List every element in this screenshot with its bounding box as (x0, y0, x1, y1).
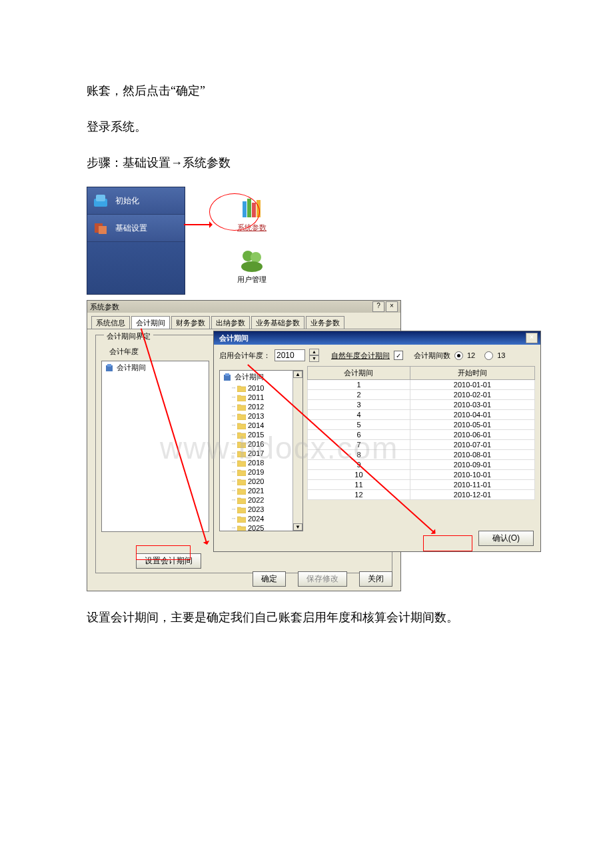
dialog1-tree[interactable]: 会计期间 (101, 361, 209, 532)
menu-sidebar: 初始化 基础设置 (87, 187, 185, 295)
sidebar-label-init: 初始化 (115, 195, 139, 207)
dialog2-titlebar: 会计期间 × (214, 331, 540, 345)
dialogs-screenshot: 系统参数 ? × 系统信息 会计期间 财务参数 出纳参数 业务基础参数 业务参数… (87, 300, 540, 593)
tab-accounting-period[interactable]: 会计期间 (131, 316, 170, 329)
svg-rect-7 (257, 200, 261, 217)
doc-text-3: 步骤：基础设置→系统参数 (87, 151, 526, 175)
radio-13-label: 13 (497, 351, 505, 359)
tab-system-info[interactable]: 系统信息 (91, 316, 130, 329)
tab-biz-params[interactable]: 业务参数 (306, 316, 344, 329)
radio-12[interactable] (454, 351, 463, 360)
sidebar-item-init[interactable]: 初始化 (87, 187, 185, 215)
basic-icon (91, 219, 110, 237)
tab-cashier-params[interactable]: 出纳参数 (211, 316, 250, 329)
init-icon (91, 191, 110, 210)
enable-year-input[interactable]: 2010 (275, 349, 305, 361)
col-start-date: 开始时间 (410, 367, 534, 380)
tree-root-icon (105, 363, 114, 373)
radio-12-label: 12 (467, 351, 475, 359)
menu-right-panel: 系统参数 用户管理 (185, 187, 287, 293)
table-row[interactable]: 32010-03-01 (308, 400, 535, 410)
svg-rect-14 (225, 373, 229, 376)
svg-point-10 (241, 261, 263, 272)
table-row[interactable]: 22010-02-01 (308, 390, 535, 400)
enable-year-label: 启用会计年度： (219, 351, 271, 361)
tab-finance-params[interactable]: 财务参数 (171, 316, 210, 329)
svg-rect-12 (107, 364, 111, 367)
svg-rect-4 (243, 201, 247, 217)
help-icon[interactable]: ? (372, 301, 384, 312)
sidebar-item-basic[interactable]: 基础设置 (87, 215, 185, 242)
table-row[interactable]: 122010-12-01 (308, 490, 535, 500)
doc-text-1: 账套，然后点击“确定” (87, 79, 526, 103)
table-row[interactable]: 92010-09-01 (308, 460, 535, 470)
save-button[interactable]: 保存修改 (298, 571, 347, 587)
period-table: 会计期间 开始时间 12010-01-0122010-02-0132010-03… (307, 366, 535, 500)
close-icon[interactable]: × (386, 301, 398, 312)
table-row[interactable]: 12010-01-01 (308, 380, 535, 390)
accounting-period-dialog: 会计期间 × 启用会计年度： 2010 ▲▼ 自然年度会计期间 ✓ 会计期间数 … (213, 331, 541, 552)
scroll-up-icon[interactable]: ▲ (293, 371, 303, 378)
tree-root-label: 会计期间 (117, 363, 146, 373)
svg-point-9 (251, 252, 261, 263)
table-row[interactable]: 82010-08-01 (308, 450, 535, 460)
year-tree-list[interactable]: ┈2010┈2011┈2012┈2013┈2014┈2015┈2016┈2017… (220, 383, 303, 531)
dialog2-title-text: 会计期间 (217, 333, 249, 343)
table-row[interactable]: 112010-11-01 (308, 480, 535, 490)
natural-year-label: 自然年度会计期间 (331, 351, 390, 361)
table-row[interactable]: 62010-06-01 (308, 430, 535, 440)
close-button[interactable]: 关闭 (359, 571, 392, 587)
svg-rect-1 (96, 195, 105, 201)
svg-rect-6 (252, 203, 256, 217)
doc-text-2: 登录系统。 (87, 115, 526, 139)
dialog1-titlebar: 系统参数 ? × (87, 301, 400, 313)
dialog2-close-icon[interactable]: × (526, 333, 538, 343)
dialog2-tree-root-label: 会计期间 (235, 372, 264, 382)
doc-text-bottom: 设置会计期间，主要是确定我们自己账套启用年度和核算会计期间数。 (87, 605, 526, 629)
icon-system-params[interactable]: 系统参数 (225, 196, 279, 233)
users-icon (239, 248, 265, 272)
table-row[interactable]: 102010-10-01 (308, 470, 535, 480)
ok-button[interactable]: 确定 (253, 571, 286, 587)
books-icon (239, 196, 265, 220)
set-period-button[interactable]: 设置会计期间 (136, 553, 201, 569)
table-row[interactable]: 52010-05-01 (308, 420, 535, 430)
table-row[interactable]: 42010-04-01 (308, 410, 535, 420)
col-period: 会计期间 (308, 367, 410, 380)
confirm-button[interactable]: 确认(O) (478, 531, 534, 546)
radio-13[interactable] (484, 351, 493, 360)
svg-rect-5 (247, 199, 251, 217)
spinner-down-icon[interactable]: ▼ (309, 355, 319, 362)
tab-biz-base-params[interactable]: 业务基础参数 (251, 316, 305, 329)
dialog1-tabs: 系统信息 会计期间 财务参数 出纳参数 业务基础参数 业务参数 (87, 313, 400, 329)
dialog1-title-text: 系统参数 (90, 302, 119, 312)
sidebar-label-basic: 基础设置 (115, 223, 147, 234)
period-count-label: 会计期间数 (414, 351, 450, 361)
scroll-down-icon[interactable]: ▼ (293, 523, 303, 531)
scrollbar[interactable]: ▲ ▼ (293, 371, 303, 531)
spinner-up-icon[interactable]: ▲ (309, 349, 319, 355)
table-row[interactable]: 72010-07-01 (308, 440, 535, 450)
system-params-label: 系统参数 (237, 223, 267, 231)
year-spinner[interactable]: ▲▼ (309, 349, 319, 362)
svg-rect-3 (99, 226, 107, 234)
icon-user-mgmt[interactable]: 用户管理 (225, 248, 279, 285)
group-title: 会计期间界定 (104, 331, 153, 341)
natural-year-checkbox[interactable]: ✓ (394, 351, 403, 360)
user-mgmt-label: 用户管理 (237, 275, 267, 283)
menu-screenshot: 初始化 基础设置 系统参数 用户管理 (87, 187, 287, 293)
dialog2-tree-root-icon (223, 373, 232, 382)
